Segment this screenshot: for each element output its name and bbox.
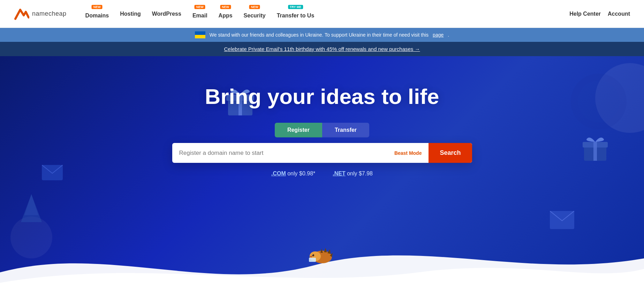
net-price: only $7.98	[347, 171, 373, 176]
navbar: namecheap NEW Domains Hosting WordPress …	[0, 0, 644, 28]
hedgehog-character	[308, 243, 336, 265]
domains-label: Domains	[85, 13, 109, 19]
domains-link[interactable]: Domains	[85, 9, 109, 19]
net-link[interactable]: .NET	[333, 171, 345, 176]
security-link[interactable]: Security	[244, 9, 266, 19]
hosting-link[interactable]: Hosting	[120, 11, 141, 17]
apps-link[interactable]: Apps	[219, 9, 233, 19]
svg-rect-8	[593, 142, 597, 161]
gift-box-decoration-right	[581, 133, 609, 165]
nav-item-transfer[interactable]: TRY ME Transfer to Us	[272, 0, 319, 28]
planet-decoration	[567, 70, 630, 134]
nav-item-domains[interactable]: NEW Domains	[81, 0, 114, 28]
nav-item-email[interactable]: NEW Email	[188, 0, 212, 28]
transfer-link[interactable]: Transfer to Us	[277, 9, 315, 19]
email-label: Email	[192, 13, 207, 19]
domains-badge: NEW	[92, 5, 103, 9]
tab-transfer[interactable]: Transfer	[322, 123, 369, 137]
help-center-link[interactable]: Help Center	[569, 11, 601, 17]
email-link[interactable]: Email	[192, 9, 207, 19]
email-badge: NEW	[195, 5, 205, 9]
com-price: only $0.98*	[287, 171, 315, 176]
ukraine-suffix: .	[448, 32, 449, 38]
ukraine-page-link[interactable]: page	[433, 32, 444, 38]
envelope-decoration-right	[550, 211, 574, 230]
svg-point-12	[578, 81, 620, 122]
beast-mode-button[interactable]: Beast Mode	[387, 150, 429, 156]
svg-rect-20	[309, 258, 316, 262]
wordpress-link[interactable]: WordPress	[152, 11, 181, 17]
nav-item-security[interactable]: NEW Security	[239, 0, 271, 28]
transfer-label: Transfer to Us	[277, 13, 315, 19]
ukraine-flag-icon	[195, 31, 205, 38]
search-bar: Beast Mode Search	[172, 143, 472, 163]
envelope-decoration-left	[42, 165, 63, 182]
tab-register[interactable]: Register	[275, 123, 322, 137]
svg-point-19	[310, 256, 312, 257]
nav-right: Help Center Account	[569, 11, 630, 17]
nav-menu: NEW Domains Hosting WordPress NEW Email	[81, 0, 570, 28]
nav-item-wordpress[interactable]: WordPress	[147, 0, 186, 28]
svg-rect-1	[195, 35, 205, 38]
ukraine-banner: We stand with our friends and colleagues…	[0, 28, 644, 42]
logo-text: namecheap	[32, 10, 67, 17]
namecheap-logo-icon	[14, 8, 29, 20]
svg-point-18	[312, 255, 313, 255]
ukraine-text: We stand with our friends and colleagues…	[210, 32, 429, 38]
svg-point-17	[312, 254, 314, 256]
hero-section: Bring your ideas to life Register Transf…	[0, 56, 644, 293]
security-badge: NEW	[249, 5, 260, 9]
com-hint: .COM only $0.98*	[271, 171, 315, 177]
domain-search-input[interactable]	[172, 143, 387, 163]
net-hint: .NET only $7.98	[333, 171, 373, 177]
nav-item-hosting[interactable]: Hosting	[115, 0, 146, 28]
promo-banner: Celebrate Private Email's 11th birthday …	[0, 42, 644, 56]
svg-rect-0	[195, 31, 205, 35]
tld-hints: .COM only $0.98* .NET only $7.98	[271, 171, 373, 177]
apps-badge: NEW	[220, 5, 231, 9]
logo-link[interactable]: namecheap	[14, 8, 67, 20]
search-button[interactable]: Search	[429, 143, 472, 163]
promo-link[interactable]: Celebrate Private Email's 11th birthday …	[224, 46, 420, 52]
account-link[interactable]: Account	[608, 11, 630, 17]
hero-title: Bring your ideas to life	[205, 84, 439, 109]
hosting-label: Hosting	[120, 11, 141, 17]
search-tabs: Register Transfer	[275, 123, 369, 137]
com-link[interactable]: .COM	[271, 171, 286, 176]
wordpress-label: WordPress	[152, 11, 181, 17]
transfer-badge: TRY ME	[288, 5, 303, 9]
security-label: Security	[244, 13, 266, 19]
apps-label: Apps	[219, 13, 233, 19]
svg-marker-10	[24, 194, 38, 215]
party-cone-decoration	[21, 194, 42, 224]
nav-item-apps[interactable]: NEW Apps	[214, 0, 237, 28]
